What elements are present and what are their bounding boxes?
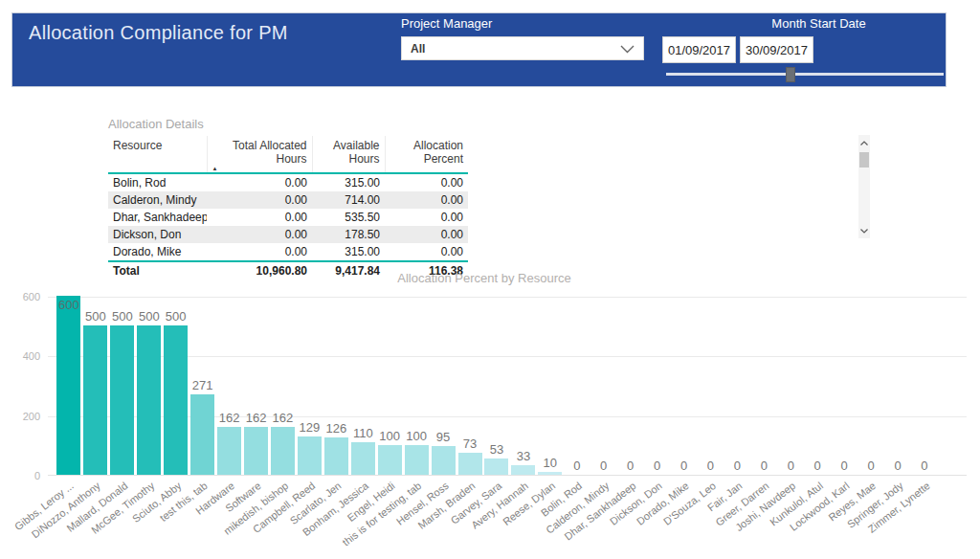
bar-slot: 110Bonham, Jessica (349, 297, 376, 475)
bar[interactable] (271, 427, 295, 475)
plot-area: 600Gibbs, Leroy ...500DiNozzo, Anthony50… (48, 297, 967, 476)
scroll-up-icon[interactable] (858, 137, 870, 148)
bar-value-label: 0 (707, 458, 714, 473)
bar-slot: 0Springer, Jody (884, 297, 911, 475)
bar-value-label: 0 (761, 458, 768, 473)
bar[interactable] (511, 465, 535, 475)
bar-slot: 0Kunkulol, Atul (804, 297, 831, 475)
table-row[interactable]: Bolin, Rod 0.00 315.00 0.00 (108, 173, 468, 191)
bar-value-label: 0 (814, 458, 821, 473)
date-slider-handle[interactable] (786, 67, 795, 82)
bar-value-label: 162 (219, 411, 240, 425)
bar-slot: 0Joshi, Navdeep (777, 297, 804, 475)
allocation-percent-chart: Allocation Percent by Resource 600 400 2… (0, 271, 969, 556)
sort-ascending-icon: ▲ (212, 166, 307, 171)
bar-value-label: 0 (894, 458, 901, 473)
bar-slot: 162Software (243, 297, 270, 475)
table-header-row: Resource Total Allocated Hours ▲ Availab… (108, 136, 468, 173)
bar[interactable] (190, 394, 214, 475)
scrollbar-thumb[interactable] (859, 152, 869, 168)
bar-value-label: 500 (139, 309, 160, 324)
column-header-total-allocated-hours[interactable]: Total Allocated Hours ▲ (207, 136, 312, 173)
bar[interactable] (324, 437, 348, 475)
table-row[interactable]: Dorado, Mike 0.00 315.00 0.00 (108, 243, 468, 261)
y-axis-tick: 0 (0, 470, 40, 481)
bar[interactable] (538, 472, 562, 475)
bar-value-label: 162 (246, 411, 267, 425)
bar-value-label: 10 (544, 456, 557, 470)
bar-slot: 0Dhar, Sankhadeep (617, 297, 644, 475)
bar-slot: 271test this, tab (189, 297, 216, 475)
bar-slot: 129Campbell, Reed (296, 297, 323, 475)
bar-slot: 162mikedish, bishop (270, 297, 297, 475)
y-axis-tick: 200 (0, 411, 40, 422)
bar[interactable] (298, 436, 322, 475)
start-date-input[interactable]: 01/09/2017 (662, 36, 736, 63)
bar[interactable] (137, 325, 161, 475)
bar[interactable] (378, 445, 402, 475)
bar-slot: 0Dickson, Don (644, 297, 671, 475)
bar-value-label: 0 (600, 458, 607, 473)
chevron-down-icon (620, 40, 635, 57)
bar[interactable] (484, 458, 508, 475)
bar-slot: 500Sciuto, Abby (163, 297, 189, 475)
date-slider-track[interactable] (666, 73, 944, 76)
bar-value-label: 126 (325, 421, 346, 436)
table-row[interactable]: Dhar, Sankhadeep 0.00 535.50 0.00 (108, 209, 468, 226)
bar-value-label: 162 (273, 411, 294, 425)
bar[interactable] (458, 453, 482, 475)
column-header-resource[interactable]: Resource (108, 136, 207, 173)
table-scrollbar[interactable] (858, 135, 870, 238)
bar-slot: 95Hensel, Ross (430, 297, 457, 475)
bar-slot: 53Garvey, Sara (483, 297, 510, 475)
bar-value-label: 271 (192, 378, 213, 392)
bar-value-label: 0 (788, 458, 794, 473)
bar-slot: 100Engel, Heidi (376, 297, 403, 475)
bar-value-label: 500 (85, 309, 106, 324)
project-manager-dropdown[interactable]: All (401, 36, 644, 60)
bar-slot: 10Reese, Dylan (537, 297, 564, 475)
bar[interactable] (164, 325, 188, 475)
y-axis-tick: 400 (0, 350, 40, 362)
bar-value-label: 0 (654, 458, 660, 473)
bar[interactable] (217, 427, 241, 475)
bar-slot: 33Avery, Hannah (510, 297, 537, 475)
bar-slot: 73Marsh, Braden (457, 297, 483, 475)
project-manager-selected-value: All (411, 42, 425, 56)
end-date-input[interactable]: 30/09/2017 (740, 36, 813, 63)
bar-value-label: 0 (867, 458, 874, 473)
bar-value-label: 500 (166, 309, 187, 324)
bar-slot: 0Lockwood, Karl (831, 297, 858, 475)
bar-value-label: 0 (627, 458, 634, 473)
bar-slot: 0Dorado, Mike (671, 297, 698, 475)
bar-value-label: 0 (921, 458, 927, 473)
bars-container: 600Gibbs, Leroy ...500DiNozzo, Anthony50… (56, 297, 938, 475)
bar[interactable] (110, 325, 134, 475)
bar-value-label: 100 (379, 429, 400, 443)
bar-slot: 126Scarlato, Jen (323, 297, 349, 475)
bar-value-label: 129 (300, 420, 321, 435)
bar[interactable] (83, 325, 107, 475)
column-header-allocation-percent[interactable]: Allocation Percent (385, 136, 468, 173)
column-header-available-hours[interactable]: Available Hours (312, 136, 385, 173)
bar-value-label: 0 (734, 458, 741, 473)
bar-slot: 600Gibbs, Leroy ... (56, 297, 82, 475)
bar[interactable] (351, 442, 375, 475)
month-start-date-label: Month Start Date (682, 16, 955, 31)
chart-title: Allocation Percent by Resource (0, 271, 969, 285)
bar-slot: 0Greer, Darren (750, 297, 777, 475)
scroll-down-icon[interactable] (858, 225, 870, 236)
bar-value-label: 33 (517, 449, 530, 463)
bar-value-label: 600 (58, 298, 79, 312)
allocation-details-visual: Allocation Details Resource Total Alloca… (108, 117, 468, 280)
bar-value-label: 73 (463, 436, 477, 451)
bar-slot: 500DiNozzo, Anthony (82, 297, 109, 475)
bar-slot: 500Mallard, Donald (109, 297, 136, 475)
table-title: Allocation Details (108, 117, 468, 131)
bar[interactable] (56, 296, 80, 475)
table-row[interactable]: Dickson, Don 0.00 178.50 0.00 (108, 226, 468, 243)
table-row[interactable]: Calderon, Mindy 0.00 714.00 0.00 (108, 191, 468, 209)
bar[interactable] (244, 427, 268, 475)
bar[interactable] (432, 446, 456, 475)
bar[interactable] (405, 445, 429, 475)
